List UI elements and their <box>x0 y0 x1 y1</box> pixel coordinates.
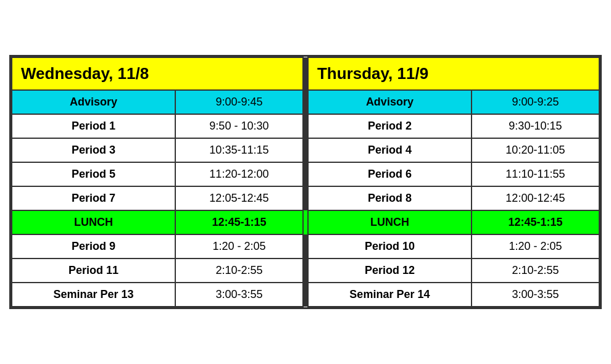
left-time: 3:00-3:55 <box>175 283 303 307</box>
right-period-label: Period 12 <box>308 259 472 283</box>
right-time: 3:00-3:55 <box>472 283 599 307</box>
left-time: 10:35-11:15 <box>175 138 303 162</box>
schedule-row: Period 91:20 - 2:05Period 101:20 - 2:05 <box>12 234 599 259</box>
right-period-label: Period 2 <box>308 114 472 138</box>
right-time: 11:10-11:55 <box>472 162 599 186</box>
row-divider <box>303 234 308 259</box>
left-time: 1:20 - 2:05 <box>175 234 303 259</box>
left-period-label: Period 1 <box>12 114 175 138</box>
right-time: 2:10-2:55 <box>472 259 599 283</box>
row-divider <box>303 210 308 234</box>
row-divider <box>303 162 308 186</box>
right-period-label: Period 10 <box>308 234 472 259</box>
schedule-row: Period 19:50 - 10:30Period 29:30-10:15 <box>12 114 599 138</box>
row-divider <box>303 138 308 162</box>
schedule-row: Period 511:20-12:00Period 611:10-11:55 <box>12 162 599 186</box>
left-time: 2:10-2:55 <box>175 259 303 283</box>
left-time: 12:45-1:15 <box>175 210 303 234</box>
left-period-label: LUNCH <box>12 210 175 234</box>
schedule-row: Period 310:35-11:15Period 410:20-11:05 <box>12 138 599 162</box>
left-period-label: Period 11 <box>12 259 175 283</box>
right-period-label: Period 8 <box>308 186 472 210</box>
left-period-label: Advisory <box>12 90 175 114</box>
thursday-header: Thursday, 11/9 <box>308 57 599 90</box>
left-period-label: Seminar Per 13 <box>12 283 175 307</box>
row-divider <box>303 283 308 307</box>
left-period-label: Period 5 <box>12 162 175 186</box>
right-time: 9:00-9:25 <box>472 90 599 114</box>
left-time: 11:20-12:00 <box>175 162 303 186</box>
right-period-label: Period 4 <box>308 138 472 162</box>
row-divider <box>303 90 308 114</box>
header-row: Wednesday, 11/8 Thursday, 11/9 <box>12 57 599 90</box>
schedule-row: Period 112:10-2:55Period 122:10-2:55 <box>12 259 599 283</box>
right-time: 10:20-11:05 <box>472 138 599 162</box>
left-time: 12:05-12:45 <box>175 186 303 210</box>
row-divider <box>303 186 308 210</box>
left-period-label: Period 7 <box>12 186 175 210</box>
right-time: 1:20 - 2:05 <box>472 234 599 259</box>
left-period-label: Period 9 <box>12 234 175 259</box>
left-time: 9:00-9:45 <box>175 90 303 114</box>
left-period-label: Period 3 <box>12 138 175 162</box>
schedule-container: Wednesday, 11/8 Thursday, 11/9 Advisory9… <box>9 55 602 309</box>
schedule-row: Advisory9:00-9:45Advisory9:00-9:25 <box>12 90 599 114</box>
divider <box>303 57 308 90</box>
right-period-label: Advisory <box>308 90 472 114</box>
schedule-row: LUNCH12:45-1:15LUNCH12:45-1:15 <box>12 210 599 234</box>
right-time: 12:45-1:15 <box>472 210 599 234</box>
right-period-label: Seminar Per 14 <box>308 283 472 307</box>
schedule-row: Seminar Per 133:00-3:55Seminar Per 143:0… <box>12 283 599 307</box>
schedule-row: Period 712:05-12:45Period 812:00-12:45 <box>12 186 599 210</box>
right-period-label: Period 6 <box>308 162 472 186</box>
left-time: 9:50 - 10:30 <box>175 114 303 138</box>
row-divider <box>303 114 308 138</box>
row-divider <box>303 259 308 283</box>
right-time: 9:30-10:15 <box>472 114 599 138</box>
wednesday-header: Wednesday, 11/8 <box>12 57 303 90</box>
right-time: 12:00-12:45 <box>472 186 599 210</box>
right-period-label: LUNCH <box>308 210 472 234</box>
